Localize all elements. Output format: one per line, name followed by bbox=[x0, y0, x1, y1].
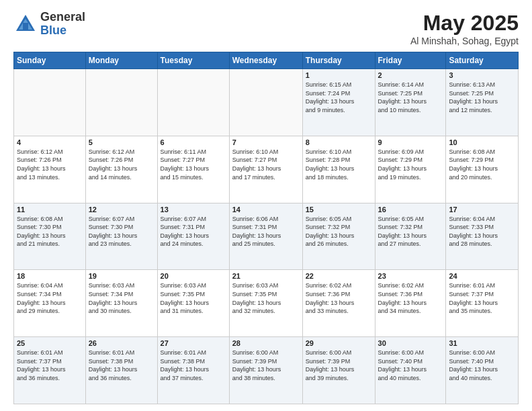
day-info: Sunrise: 6:08 AM Sunset: 7:29 PM Dayligh… bbox=[449, 148, 515, 181]
day-number: 5 bbox=[89, 138, 154, 146]
day-number: 28 bbox=[232, 339, 300, 347]
day-number: 17 bbox=[449, 205, 515, 214]
week-row-0: 1Sunrise: 6:15 AM Sunset: 7:24 PM Daylig… bbox=[14, 69, 519, 136]
logo: General Blue bbox=[13, 11, 85, 38]
day-cell: 22Sunrise: 6:02 AM Sunset: 7:36 PM Dayli… bbox=[302, 270, 375, 337]
day-cell: 11Sunrise: 6:08 AM Sunset: 7:30 PM Dayli… bbox=[14, 203, 86, 270]
day-cell: 28Sunrise: 6:00 AM Sunset: 7:39 PM Dayli… bbox=[229, 337, 302, 404]
day-number: 3 bbox=[449, 71, 515, 79]
day-cell: 12Sunrise: 6:07 AM Sunset: 7:30 PM Dayli… bbox=[85, 203, 157, 270]
week-row-4: 25Sunrise: 6:01 AM Sunset: 7:37 PM Dayli… bbox=[14, 337, 519, 404]
day-info: Sunrise: 6:12 AM Sunset: 7:26 PM Dayligh… bbox=[17, 148, 83, 181]
day-cell: 20Sunrise: 6:03 AM Sunset: 7:35 PM Dayli… bbox=[157, 270, 229, 337]
day-cell: 25Sunrise: 6:01 AM Sunset: 7:37 PM Dayli… bbox=[14, 337, 86, 404]
day-number: 8 bbox=[306, 138, 372, 146]
day-info: Sunrise: 6:07 AM Sunset: 7:31 PM Dayligh… bbox=[161, 215, 226, 248]
day-info: Sunrise: 6:13 AM Sunset: 7:25 PM Dayligh… bbox=[449, 81, 515, 114]
day-number: 19 bbox=[89, 272, 154, 280]
day-cell bbox=[157, 69, 229, 136]
day-info: Sunrise: 6:02 AM Sunset: 7:36 PM Dayligh… bbox=[306, 281, 372, 315]
col-saturday: Saturday bbox=[446, 52, 519, 69]
col-tuesday: Tuesday bbox=[157, 52, 229, 69]
day-cell: 15Sunrise: 6:05 AM Sunset: 7:32 PM Dayli… bbox=[302, 203, 375, 270]
day-info: Sunrise: 6:03 AM Sunset: 7:35 PM Dayligh… bbox=[232, 281, 300, 315]
day-info: Sunrise: 6:06 AM Sunset: 7:31 PM Dayligh… bbox=[232, 215, 300, 248]
day-info: Sunrise: 6:04 AM Sunset: 7:33 PM Dayligh… bbox=[449, 215, 515, 248]
day-info: Sunrise: 6:10 AM Sunset: 7:27 PM Dayligh… bbox=[232, 148, 300, 181]
title-block: May 2025 Al Minshah, Sohag, Egypt bbox=[410, 11, 519, 46]
day-info: Sunrise: 6:00 AM Sunset: 7:40 PM Dayligh… bbox=[449, 349, 515, 382]
svg-rect-2 bbox=[23, 23, 28, 31]
day-cell: 8Sunrise: 6:10 AM Sunset: 7:28 PM Daylig… bbox=[302, 136, 375, 203]
day-number: 12 bbox=[89, 205, 154, 214]
logo-icon bbox=[13, 12, 38, 36]
calendar-body: 1Sunrise: 6:15 AM Sunset: 7:24 PM Daylig… bbox=[14, 69, 519, 404]
day-cell: 10Sunrise: 6:08 AM Sunset: 7:29 PM Dayli… bbox=[446, 136, 519, 203]
calendar: Sunday Monday Tuesday Wednesday Thursday… bbox=[13, 52, 519, 404]
day-number: 31 bbox=[449, 339, 515, 347]
calendar-title: May 2025 bbox=[410, 11, 519, 36]
day-number: 2 bbox=[378, 71, 443, 79]
week-row-2: 11Sunrise: 6:08 AM Sunset: 7:30 PM Dayli… bbox=[14, 203, 519, 270]
logo-text: General Blue bbox=[40, 11, 85, 38]
day-info: Sunrise: 6:04 AM Sunset: 7:34 PM Dayligh… bbox=[17, 281, 83, 315]
day-cell: 26Sunrise: 6:01 AM Sunset: 7:38 PM Dayli… bbox=[85, 337, 157, 404]
day-info: Sunrise: 6:00 AM Sunset: 7:39 PM Dayligh… bbox=[306, 349, 372, 382]
day-number: 30 bbox=[378, 339, 443, 347]
day-info: Sunrise: 6:03 AM Sunset: 7:34 PM Dayligh… bbox=[89, 281, 154, 315]
day-info: Sunrise: 6:15 AM Sunset: 7:24 PM Dayligh… bbox=[306, 81, 372, 114]
col-sunday: Sunday bbox=[14, 52, 86, 69]
header-row: Sunday Monday Tuesday Wednesday Thursday… bbox=[14, 52, 519, 69]
day-cell: 27Sunrise: 6:01 AM Sunset: 7:38 PM Dayli… bbox=[157, 337, 229, 404]
day-number: 15 bbox=[306, 205, 372, 214]
day-number: 24 bbox=[449, 272, 515, 280]
day-number: 13 bbox=[161, 205, 226, 214]
day-cell: 23Sunrise: 6:02 AM Sunset: 7:36 PM Dayli… bbox=[375, 270, 446, 337]
day-number: 23 bbox=[378, 272, 443, 280]
day-number: 22 bbox=[306, 272, 372, 280]
day-info: Sunrise: 6:01 AM Sunset: 7:37 PM Dayligh… bbox=[17, 349, 83, 382]
day-info: Sunrise: 6:09 AM Sunset: 7:29 PM Dayligh… bbox=[378, 148, 443, 181]
calendar-table: Sunday Monday Tuesday Wednesday Thursday… bbox=[13, 52, 519, 404]
day-cell: 18Sunrise: 6:04 AM Sunset: 7:34 PM Dayli… bbox=[14, 270, 86, 337]
week-row-1: 4Sunrise: 6:12 AM Sunset: 7:26 PM Daylig… bbox=[14, 136, 519, 203]
day-cell: 24Sunrise: 6:01 AM Sunset: 7:37 PM Dayli… bbox=[446, 270, 519, 337]
week-row-3: 18Sunrise: 6:04 AM Sunset: 7:34 PM Dayli… bbox=[14, 270, 519, 337]
day-cell: 2Sunrise: 6:14 AM Sunset: 7:25 PM Daylig… bbox=[375, 69, 446, 136]
day-cell: 4Sunrise: 6:12 AM Sunset: 7:26 PM Daylig… bbox=[14, 136, 86, 203]
day-info: Sunrise: 6:01 AM Sunset: 7:38 PM Dayligh… bbox=[161, 349, 226, 382]
col-friday: Friday bbox=[375, 52, 446, 69]
logo-general-text: General bbox=[40, 11, 85, 24]
day-cell: 1Sunrise: 6:15 AM Sunset: 7:24 PM Daylig… bbox=[302, 69, 375, 136]
day-info: Sunrise: 6:01 AM Sunset: 7:38 PM Dayligh… bbox=[89, 349, 154, 382]
col-thursday: Thursday bbox=[302, 52, 375, 69]
day-number: 26 bbox=[89, 339, 154, 347]
day-info: Sunrise: 6:05 AM Sunset: 7:32 PM Dayligh… bbox=[378, 215, 443, 248]
day-info: Sunrise: 6:14 AM Sunset: 7:25 PM Dayligh… bbox=[378, 81, 443, 114]
logo-blue-text: Blue bbox=[40, 24, 85, 38]
col-monday: Monday bbox=[85, 52, 157, 69]
day-number: 27 bbox=[161, 339, 226, 347]
header: General Blue May 2025 Al Minshah, Sohag,… bbox=[13, 11, 519, 46]
day-cell bbox=[229, 69, 302, 136]
day-number: 10 bbox=[449, 138, 515, 146]
day-number: 21 bbox=[232, 272, 300, 280]
day-info: Sunrise: 6:01 AM Sunset: 7:37 PM Dayligh… bbox=[449, 281, 515, 315]
day-cell: 7Sunrise: 6:10 AM Sunset: 7:27 PM Daylig… bbox=[229, 136, 302, 203]
day-info: Sunrise: 6:00 AM Sunset: 7:40 PM Dayligh… bbox=[378, 349, 443, 382]
calendar-subtitle: Al Minshah, Sohag, Egypt bbox=[410, 36, 519, 46]
calendar-header: Sunday Monday Tuesday Wednesday Thursday… bbox=[14, 52, 519, 69]
day-cell: 3Sunrise: 6:13 AM Sunset: 7:25 PM Daylig… bbox=[446, 69, 519, 136]
day-number: 6 bbox=[161, 138, 226, 146]
day-number: 11 bbox=[17, 205, 83, 214]
day-info: Sunrise: 6:03 AM Sunset: 7:35 PM Dayligh… bbox=[161, 281, 226, 315]
day-cell: 21Sunrise: 6:03 AM Sunset: 7:35 PM Dayli… bbox=[229, 270, 302, 337]
day-number: 25 bbox=[17, 339, 83, 347]
day-cell: 17Sunrise: 6:04 AM Sunset: 7:33 PM Dayli… bbox=[446, 203, 519, 270]
day-number: 4 bbox=[17, 138, 83, 146]
day-cell: 14Sunrise: 6:06 AM Sunset: 7:31 PM Dayli… bbox=[229, 203, 302, 270]
day-info: Sunrise: 6:12 AM Sunset: 7:26 PM Dayligh… bbox=[89, 148, 154, 181]
day-number: 20 bbox=[161, 272, 226, 280]
day-info: Sunrise: 6:08 AM Sunset: 7:30 PM Dayligh… bbox=[17, 215, 83, 248]
day-cell bbox=[14, 69, 86, 136]
